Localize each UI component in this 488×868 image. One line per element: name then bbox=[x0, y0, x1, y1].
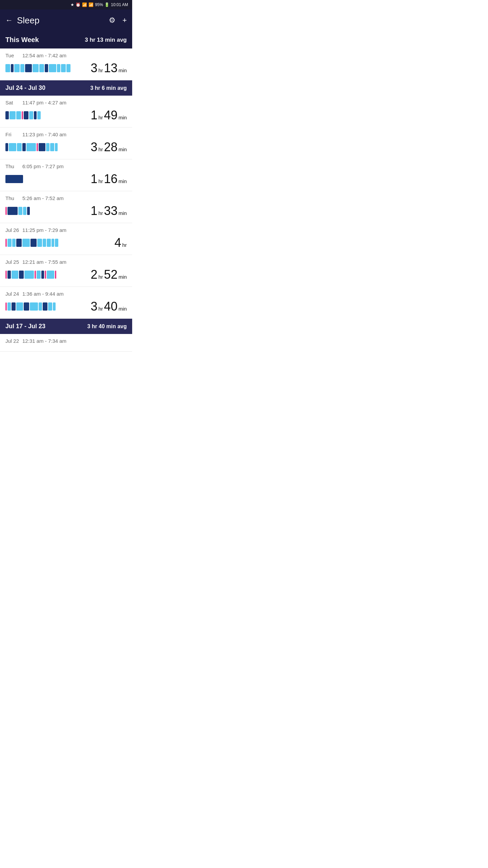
sleep-entry-tue: Tue 12:54 am - 7:42 am 3 hr 13 bbox=[0, 48, 132, 80]
entry-day: Thu bbox=[5, 195, 19, 201]
wifi-icon: 📶 bbox=[82, 2, 87, 7]
signal-icon: 📶 bbox=[88, 2, 94, 7]
sleep-duration-jul26: 4 hr bbox=[89, 236, 127, 250]
entry-day: Fri bbox=[5, 132, 19, 137]
this-week-label: This Week bbox=[5, 36, 39, 44]
sleep-bar-jul24 bbox=[5, 300, 85, 313]
entry-time: 12:21 am - 7:55 am bbox=[22, 259, 66, 265]
sleep-bar bbox=[5, 62, 85, 74]
entry-day: Jul 26 bbox=[5, 227, 19, 233]
entry-day: Jul 24 bbox=[5, 291, 19, 297]
entry-time: 11:47 pm - 4:27 am bbox=[22, 100, 66, 105]
back-button[interactable]: ← bbox=[5, 16, 13, 25]
sleep-entry-thu-pm: Thu 6:05 pm - 7:27 pm 1 hr 16 min bbox=[0, 159, 132, 191]
sleep-bar-sat bbox=[5, 109, 85, 121]
entry-time: 6:05 pm - 7:27 pm bbox=[22, 163, 64, 169]
app-header: ← Sleep ⚙ + bbox=[0, 9, 132, 31]
sleep-bar-thu-am bbox=[5, 205, 85, 217]
week-section-avg: 3 hr 40 min avg bbox=[87, 323, 127, 330]
sleep-duration-thu-am: 1 hr 33 min bbox=[89, 204, 127, 218]
alarm-icon: ⏰ bbox=[76, 2, 81, 7]
sleep-bar-jul26 bbox=[5, 237, 85, 249]
week-section-jul24-jul30: Jul 24 - Jul 30 3 hr 6 min avg bbox=[0, 80, 132, 96]
entry-day: Thu bbox=[5, 163, 19, 169]
sleep-entry-fri: Fri 11:23 pm - 7:40 am 3 hr 28 min bbox=[0, 127, 132, 159]
entry-time: 12:54 am - 7:42 am bbox=[22, 53, 66, 58]
entry-day: Tue bbox=[5, 53, 19, 58]
entry-time: 12:31 am - 7:34 am bbox=[22, 338, 66, 344]
status-bar: ★ ⏰ 📶 📶 95% 🔋 10:01 AM bbox=[0, 0, 132, 9]
entry-time: 11:25 pm - 7:29 am bbox=[22, 227, 66, 233]
sleep-entry-jul26: Jul 26 11:25 pm - 7:29 am 4 hr bbox=[0, 223, 132, 255]
page-title: Sleep bbox=[17, 15, 109, 26]
week-section-avg: 3 hr 6 min avg bbox=[90, 85, 127, 91]
time-display: 10:01 AM bbox=[111, 2, 128, 7]
entry-body: 3 hr 13 min bbox=[5, 61, 127, 75]
sleep-entry-sat: Sat 11:47 pm - 4:27 am 1 hr 49 min bbox=[0, 96, 132, 127]
sleep-duration-jul24: 3 hr 40 min bbox=[89, 299, 127, 314]
battery-text: 95% bbox=[95, 2, 103, 7]
header-actions: ⚙ + bbox=[109, 16, 127, 25]
week-section-label: Jul 24 - Jul 30 bbox=[5, 84, 45, 92]
sleep-duration-thu-pm: 1 hr 16 min bbox=[89, 172, 127, 186]
battery-icon: 🔋 bbox=[104, 2, 109, 7]
this-week-avg: 3 hr 13 min avg bbox=[85, 37, 127, 43]
sleep-bar-thu-pm bbox=[5, 173, 85, 185]
entry-time: 5:26 am - 7:52 am bbox=[22, 195, 64, 201]
this-week-banner: This Week 3 hr 13 min avg bbox=[0, 31, 132, 48]
week-section-jul17-jul23: Jul 17 - Jul 23 3 hr 40 min avg bbox=[0, 319, 132, 334]
bluetooth-icon: ★ bbox=[70, 2, 74, 7]
sleep-duration-sat: 1 hr 49 min bbox=[89, 108, 127, 122]
entry-time: 11:23 pm - 7:40 am bbox=[22, 132, 66, 137]
status-icons: ★ ⏰ 📶 📶 95% 🔋 10:01 AM bbox=[70, 2, 128, 7]
sleep-entry-jul24: Jul 24 1:36 am - 9:44 am 3 hr 40 min bbox=[0, 287, 132, 319]
sleep-duration: 3 hr 13 min bbox=[89, 61, 127, 75]
entry-day: Sat bbox=[5, 100, 19, 105]
sleep-bar-fri bbox=[5, 141, 85, 153]
entry-day: Jul 22 bbox=[5, 338, 19, 344]
sleep-entry-jul22: Jul 22 12:31 am - 7:34 am bbox=[0, 334, 132, 352]
sleep-entry-jul25: Jul 25 12:21 am - 7:55 am 2 hr 52 min bbox=[0, 255, 132, 287]
sleep-entry-thu-am: Thu 5:26 am - 7:52 am 1 hr 33 min bbox=[0, 191, 132, 223]
sleep-duration-jul25: 2 hr 52 min bbox=[89, 268, 127, 282]
entry-time: 1:36 am - 9:44 am bbox=[22, 291, 64, 297]
settings-button[interactable]: ⚙ bbox=[109, 16, 116, 25]
sleep-duration-fri: 3 hr 28 min bbox=[89, 140, 127, 154]
week-section-label: Jul 17 - Jul 23 bbox=[5, 323, 45, 330]
sleep-bar-jul25 bbox=[5, 269, 85, 281]
add-button[interactable]: + bbox=[122, 16, 127, 25]
entry-day: Jul 25 bbox=[5, 259, 19, 265]
